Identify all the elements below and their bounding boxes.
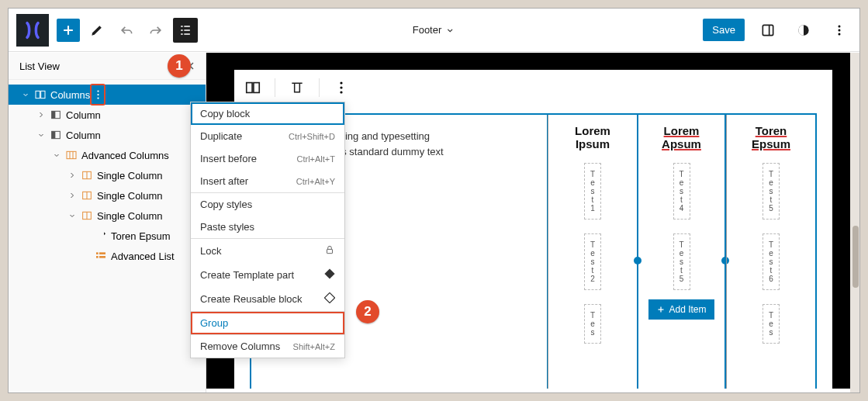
block-tree: Columns Column Column Advanced Columns bbox=[9, 80, 206, 289]
separator bbox=[275, 78, 275, 97]
save-button[interactable]: Save bbox=[703, 19, 745, 41]
svg-rect-27 bbox=[99, 252, 105, 254]
scrollbar-thumb[interactable] bbox=[852, 226, 859, 288]
tree-heading[interactable]: Toren Epsum bbox=[9, 226, 206, 246]
tree-columns[interactable]: Columns bbox=[9, 85, 206, 105]
svg-rect-29 bbox=[99, 256, 105, 258]
list-item[interactable]: Test5 bbox=[673, 233, 690, 290]
separator bbox=[319, 78, 320, 97]
svg-rect-15 bbox=[67, 151, 76, 158]
undo-button[interactable] bbox=[114, 18, 139, 43]
heading-icon bbox=[94, 229, 108, 243]
svg-point-4 bbox=[839, 29, 841, 31]
callout-2: 2 bbox=[356, 300, 379, 323]
block-toolbar bbox=[234, 70, 832, 105]
block-more-button[interactable] bbox=[330, 77, 352, 99]
svg-point-34 bbox=[340, 91, 342, 93]
menu-reusable-block[interactable]: Create Reusable block bbox=[191, 287, 344, 311]
panel-title: List View bbox=[19, 60, 60, 72]
add-block-button[interactable] bbox=[57, 19, 80, 42]
list-item[interactable]: Tes bbox=[763, 304, 780, 344]
tree-adv-columns[interactable]: Advanced Columns bbox=[9, 145, 206, 165]
list-item[interactable]: Tes bbox=[584, 304, 601, 344]
tree-label: Column bbox=[66, 109, 101, 121]
menu-template-part[interactable]: Create Template part bbox=[191, 263, 344, 287]
styles-button[interactable] bbox=[791, 18, 816, 43]
lock-icon bbox=[324, 244, 335, 258]
list-column-3[interactable]: Toren Epsum Test5 Test6 Tes bbox=[726, 115, 815, 389]
app-logo[interactable] bbox=[16, 14, 49, 47]
chevron-down-icon[interactable] bbox=[33, 130, 49, 140]
svg-point-8 bbox=[97, 90, 99, 92]
svg-rect-30 bbox=[247, 83, 252, 93]
block-type-icon[interactable] bbox=[242, 77, 264, 99]
tree-single-1[interactable]: Single Column bbox=[9, 165, 206, 185]
tree-label: Single Column bbox=[97, 170, 163, 181]
resize-handle[interactable] bbox=[634, 257, 641, 264]
top-toolbar: Footer Save bbox=[9, 9, 859, 52]
row-options-button[interactable] bbox=[92, 86, 104, 103]
column-heading: Lorem Apsum bbox=[646, 124, 717, 150]
list-column-1[interactable]: Lorem Ipsum Test1 Test2 Tes bbox=[548, 115, 637, 389]
svg-point-5 bbox=[839, 33, 841, 35]
align-button[interactable] bbox=[286, 77, 308, 99]
list-view-button[interactable] bbox=[173, 18, 198, 43]
document-selector[interactable]: Footer bbox=[413, 24, 456, 36]
scrollbar-track[interactable] bbox=[850, 53, 859, 392]
redo-button[interactable] bbox=[144, 18, 168, 43]
list-item[interactable]: Test2 bbox=[584, 233, 601, 290]
list-item[interactable]: Test6 bbox=[763, 233, 780, 290]
add-item-button[interactable]: Add Item bbox=[648, 299, 714, 320]
single-column-icon bbox=[80, 209, 94, 223]
svg-rect-35 bbox=[327, 249, 333, 253]
columns-icon bbox=[33, 88, 47, 102]
svg-rect-7 bbox=[41, 91, 45, 98]
list-column-2[interactable]: Lorem Apsum Test4 Test5 Add Item bbox=[637, 115, 726, 389]
svg-rect-0 bbox=[763, 25, 773, 35]
tree-label: Advanced Columns bbox=[81, 150, 169, 161]
menu-insert-before[interactable]: Insert beforeCtrl+Alt+T bbox=[191, 147, 344, 170]
chevron-right-icon[interactable] bbox=[64, 171, 80, 180]
more-options-button[interactable] bbox=[827, 18, 852, 43]
tree-column-b[interactable]: Column bbox=[9, 125, 206, 145]
column-heading: Lorem Ipsum bbox=[556, 124, 629, 150]
advanced-columns-icon bbox=[64, 148, 78, 162]
menu-remove[interactable]: Remove ColumnsShift+Alt+Z bbox=[191, 335, 344, 358]
svg-point-9 bbox=[97, 94, 99, 95]
svg-rect-14 bbox=[52, 131, 56, 138]
svg-rect-6 bbox=[36, 91, 40, 98]
svg-rect-26 bbox=[96, 252, 99, 254]
tree-column-a[interactable]: Column bbox=[9, 105, 206, 125]
svg-point-32 bbox=[340, 81, 342, 84]
chevron-right-icon[interactable] bbox=[33, 110, 49, 119]
callout-1: 1 bbox=[168, 54, 191, 78]
edit-tool-button[interactable] bbox=[85, 18, 109, 43]
menu-lock[interactable]: Lock bbox=[191, 239, 344, 263]
column-icon bbox=[49, 128, 63, 142]
block-context-menu: Copy block DuplicateCtrl+Shift+D Insert … bbox=[190, 102, 345, 358]
column-icon bbox=[49, 108, 63, 122]
menu-paste-styles[interactable]: Paste styles bbox=[191, 216, 344, 238]
chevron-down-icon[interactable] bbox=[64, 211, 80, 220]
tree-advanced-list[interactable]: Advanced List bbox=[9, 246, 206, 266]
tree-label: Column bbox=[66, 130, 101, 141]
menu-copy-styles[interactable]: Copy styles bbox=[191, 193, 344, 216]
tree-single-3[interactable]: Single Column bbox=[9, 206, 206, 226]
single-column-icon bbox=[80, 168, 94, 182]
menu-group[interactable]: Group bbox=[191, 312, 344, 334]
list-item[interactable]: Test1 bbox=[584, 163, 601, 220]
list-item[interactable]: Test5 bbox=[763, 163, 780, 220]
menu-copy-block[interactable]: Copy block bbox=[191, 102, 344, 125]
menu-insert-after[interactable]: Insert afterCtrl+Alt+Y bbox=[191, 170, 344, 192]
settings-panel-button[interactable] bbox=[756, 18, 780, 43]
menu-duplicate[interactable]: DuplicateCtrl+Shift+D bbox=[191, 125, 344, 147]
list-item[interactable]: Test4 bbox=[673, 163, 690, 220]
chevron-down-icon[interactable] bbox=[18, 90, 33, 99]
tree-single-2[interactable]: Single Column bbox=[9, 185, 206, 206]
svg-rect-12 bbox=[52, 111, 56, 118]
tree-label: Single Column bbox=[97, 210, 163, 222]
template-part-icon bbox=[324, 268, 335, 282]
tree-label: Single Column bbox=[97, 190, 163, 202]
chevron-down-icon[interactable] bbox=[49, 150, 64, 160]
chevron-right-icon[interactable] bbox=[64, 191, 80, 200]
